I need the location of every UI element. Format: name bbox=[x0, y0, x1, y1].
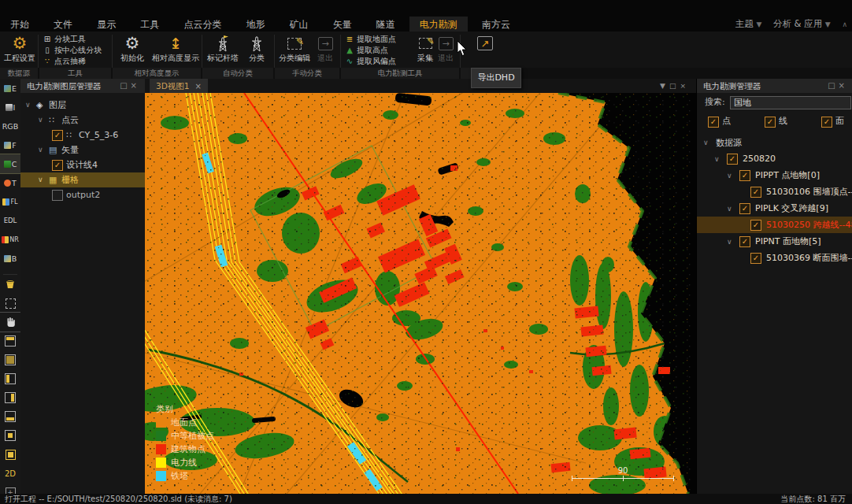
chevron-icon[interactable]: ∨ bbox=[714, 151, 720, 168]
rgb-view-button[interactable]: RGB bbox=[0, 117, 20, 135]
menu-mine[interactable]: 矿山 bbox=[280, 17, 319, 32]
point-cloud-canvas[interactable]: 类别 地面点 中等植被点 建筑物点 电力线 铁塔 90 bbox=[145, 93, 696, 494]
view-top-button[interactable] bbox=[0, 332, 20, 350]
view-left-button[interactable] bbox=[0, 369, 20, 388]
time-view-button[interactable]: T bbox=[0, 173, 20, 192]
menu-start[interactable]: 开始 bbox=[0, 17, 39, 32]
checkbox-checked[interactable]: ✓ bbox=[739, 170, 750, 181]
checkbox-checked[interactable]: ✓ bbox=[727, 154, 738, 165]
initialize-button[interactable]: ⚙ 初始化 bbox=[115, 33, 150, 68]
relative-height-display-button[interactable]: ↨ 相对高度显示 bbox=[151, 33, 200, 68]
view-right-button[interactable] bbox=[0, 388, 20, 407]
chevron-icon[interactable]: ∨ bbox=[38, 172, 43, 187]
classify-edit-button[interactable]: ✎ 分类编辑 bbox=[277, 33, 312, 68]
classification-view-button[interactable]: C bbox=[0, 154, 20, 173]
flightline-view-button[interactable]: FL bbox=[0, 192, 20, 211]
edl-view-button[interactable]: EDL bbox=[0, 211, 20, 230]
tree-item-51030250-selected[interactable]: ✓ 51030250 跨越线--48[7] bbox=[697, 217, 852, 233]
extract-wind-offset-points-button[interactable]: ∿ 提取风偏点 bbox=[345, 56, 396, 67]
tree-item-layers[interactable]: ∨ ◈ 图层 bbox=[20, 98, 145, 113]
checkbox-checked[interactable]: ✓ bbox=[750, 187, 761, 198]
chevron-icon[interactable]: ∨ bbox=[727, 201, 732, 217]
theme-menu[interactable]: 主题 ▼ bbox=[735, 18, 762, 29]
classify-button[interactable]: 分类 bbox=[243, 33, 271, 68]
project-settings-button[interactable]: ⚙ 工程设置 bbox=[2, 33, 38, 68]
blend-view-button[interactable]: F bbox=[0, 135, 20, 154]
pan-tool-button[interactable] bbox=[0, 313, 20, 332]
chevron-icon[interactable]: ∨ bbox=[25, 98, 31, 113]
tree-item-vector[interactable]: ∨ ▤ 矢量 bbox=[20, 143, 145, 158]
view-back-button[interactable] bbox=[0, 426, 20, 445]
menu-vector[interactable]: 矢量 bbox=[323, 17, 362, 32]
nr-view-button[interactable]: NR bbox=[0, 230, 20, 249]
centerline-block-button[interactable]: ▯ 按中心线分块 bbox=[43, 45, 102, 56]
close-tab-icon[interactable]: × bbox=[194, 82, 201, 91]
chevron-icon[interactable]: ∨ bbox=[727, 168, 732, 184]
tree-item-project-250820[interactable]: ∨ ✓ 250820 bbox=[697, 150, 852, 167]
extract-ground-points-button[interactable]: ≣ 提取地面点 bbox=[345, 34, 396, 45]
menu-south-cloud[interactable]: 南方云 bbox=[472, 17, 520, 32]
cube-right-icon bbox=[5, 392, 16, 403]
tab-3d-view[interactable]: 3D视图1× bbox=[150, 79, 208, 93]
checkbox-checked[interactable]: ✓ bbox=[750, 220, 761, 231]
menu-power-survey[interactable]: 电力勘测 bbox=[409, 17, 468, 32]
zoom-extent-button[interactable] bbox=[0, 445, 20, 464]
tree-item-pipnt[interactable]: ∨ ✓ PIPNT 面地物[5] bbox=[697, 233, 852, 250]
chevron-icon[interactable]: ∨ bbox=[38, 113, 43, 128]
filter-point-checkbox[interactable]: ✓ bbox=[708, 117, 719, 128]
intensity-view-button[interactable]: I bbox=[0, 98, 20, 117]
menu-terrain[interactable]: 地形 bbox=[235, 17, 275, 32]
block-tool-button[interactable]: ⊞ 分块工具 bbox=[43, 34, 102, 45]
tree-item-piplk[interactable]: ∨ ✓ PIPLK 交叉跨越[9] bbox=[697, 200, 852, 217]
checkbox-checked[interactable]: ✓ bbox=[739, 203, 750, 214]
panel-title: 电力勘测管理器 bbox=[703, 81, 761, 91]
menu-file[interactable]: 文件 bbox=[43, 17, 83, 32]
tree-item-pointcloud[interactable]: ∨ ∷ 点云 bbox=[20, 113, 145, 128]
tree-item-51030106[interactable]: ✓ 51030106 围墙顶点--40[0] bbox=[697, 183, 852, 200]
elevation-view-button[interactable]: E bbox=[0, 79, 20, 98]
checkbox-checked[interactable]: ✓ bbox=[739, 236, 750, 247]
tree-item-cy536[interactable]: ✓ ∷ CY_5_3-6 bbox=[20, 128, 145, 143]
search-input[interactable] bbox=[730, 96, 851, 109]
view-front-button[interactable] bbox=[0, 407, 20, 426]
menu-display[interactable]: 显示 bbox=[87, 17, 126, 32]
view-iso-button[interactable] bbox=[0, 350, 20, 369]
fill-bucket-button[interactable] bbox=[0, 275, 20, 294]
viewport-tabbar: 3D视图1× ▼□× bbox=[145, 79, 696, 93]
toggle-2d-button[interactable]: 2D bbox=[0, 464, 20, 483]
float-view-icon[interactable]: □ bbox=[669, 82, 680, 90]
filter-line-checkbox[interactable]: ✓ bbox=[765, 117, 776, 128]
analysis-apps-menu[interactable]: 分析 & 应用 ▼ bbox=[773, 18, 831, 29]
menu-tools[interactable]: 工具 bbox=[130, 17, 169, 32]
clip-polygon-button[interactable] bbox=[0, 294, 20, 313]
chevron-icon[interactable]: ∨ bbox=[38, 143, 43, 158]
extract-high-points-button[interactable]: ▲ 提取高点 bbox=[345, 45, 396, 56]
chevron-icon[interactable]: ∨ bbox=[727, 234, 732, 250]
float-panel-icon[interactable]: □ bbox=[828, 81, 838, 90]
tree-item-output2[interactable]: ✓ output2 bbox=[20, 187, 145, 202]
b-view-button[interactable]: B bbox=[0, 249, 20, 268]
pointcloud-thinning-button[interactable]: ∵ 点云抽稀 bbox=[43, 56, 102, 67]
checkbox-checked[interactable]: ✓ bbox=[52, 130, 63, 141]
checkbox-unchecked[interactable]: ✓ bbox=[52, 190, 63, 201]
ribbon-collapse-button[interactable]: ∧ bbox=[842, 20, 847, 28]
tree-item-pippt[interactable]: ∨ ✓ PIPPT 点地物[0] bbox=[697, 167, 852, 183]
export-dhd-button[interactable]: ↗ bbox=[469, 33, 501, 68]
tab-list-dropdown-icon[interactable]: ▼ bbox=[660, 82, 669, 90]
menu-pointcloud-classify[interactable]: 点云分类 bbox=[173, 17, 232, 32]
checkbox-checked[interactable]: ✓ bbox=[52, 160, 63, 171]
filter-area-checkbox[interactable]: ✓ bbox=[821, 117, 832, 128]
chevron-icon[interactable]: ∨ bbox=[703, 135, 709, 150]
float-panel-icon[interactable]: □ bbox=[120, 81, 130, 90]
close-panel-icon[interactable]: × bbox=[839, 81, 848, 90]
checkbox-checked[interactable]: ✓ bbox=[750, 253, 761, 264]
close-panel-icon[interactable]: × bbox=[131, 81, 140, 90]
tree-item-51030369[interactable]: ✓ 51030369 断面围墙--21[0] bbox=[697, 250, 852, 266]
tree-item-datasource[interactable]: ∨ 数据源 bbox=[697, 135, 852, 150]
points-icon: ∷ bbox=[49, 113, 54, 128]
mark-tower-button[interactable]: 标记杆塔 bbox=[205, 33, 241, 68]
menu-tunnel[interactable]: 隧道 bbox=[366, 17, 406, 32]
tree-item-raster[interactable]: ∨ ▦ 栅格 bbox=[20, 172, 145, 187]
tree-item-designline4[interactable]: ✓ 设计线4 bbox=[20, 158, 145, 172]
close-view-icon[interactable]: × bbox=[680, 82, 690, 90]
